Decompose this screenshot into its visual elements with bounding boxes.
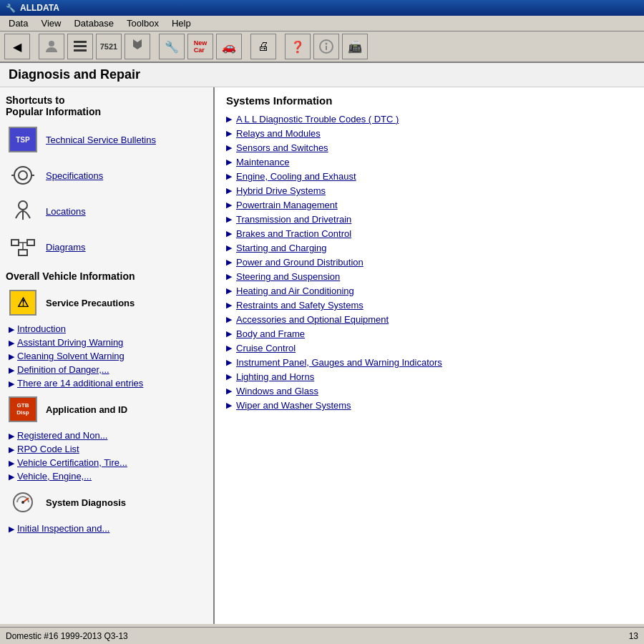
svg-rect-3 — [74, 49, 87, 52]
system-item-dtc[interactable]: ▶ A L L Diagnostic Trouble Codes ( DTC ) — [226, 114, 633, 125]
shortcut-loc[interactable]: Locations — [6, 196, 208, 226]
nav-vehicle-engine[interactable]: ▶ Vehicle, Engine,... — [6, 471, 208, 482]
arrow-icon: ▶ — [226, 143, 232, 152]
nav-introduction[interactable]: ▶ Introduction — [6, 323, 208, 334]
svg-point-11 — [19, 201, 27, 210]
shortcut-diag[interactable]: Diagrams — [6, 232, 208, 262]
system-item-hybrid[interactable]: ▶ Hybrid Drive Systems — [226, 185, 633, 196]
arrow-icon: ▶ — [9, 366, 14, 375]
arrow-icon: ▶ — [9, 472, 14, 482]
shortcut-spec[interactable]: Specifications — [6, 160, 208, 190]
overall-title: Overall Vehicle Information — [6, 270, 208, 282]
back-button[interactable]: ◀ — [4, 34, 30, 59]
system-item-steering[interactable]: ▶ Steering and Suspension — [226, 271, 633, 282]
system-item-lighting[interactable]: ▶ Lighting and Horns — [226, 371, 633, 382]
spec-link[interactable]: Specifications — [46, 170, 103, 181]
svg-point-0 — [49, 41, 54, 47]
system-item-cruise[interactable]: ▶ Cruise Control — [226, 343, 633, 353]
arrow-icon: ▶ — [226, 186, 232, 195]
nav-rpo[interactable]: ▶ RPO Code List — [6, 444, 208, 454]
system-item-relays[interactable]: ▶ Relays and Modules — [226, 128, 633, 139]
system-item-engine[interactable]: ▶ Engine, Cooling and Exhaust — [226, 171, 633, 182]
system-item-accessories[interactable]: ▶ Accessories and Optional Equipment — [226, 314, 633, 325]
system-item-powertrain[interactable]: ▶ Powertrain Management — [226, 200, 633, 210]
service-precautions-label: Service Precautions — [46, 298, 135, 308]
status-left: Domestic #16 1999-2013 Q3-13 — [6, 631, 128, 641]
nav-button[interactable] — [67, 34, 93, 59]
home-button[interactable] — [39, 34, 64, 59]
arrow-icon: ▶ — [226, 343, 232, 353]
menu-data[interactable]: Data — [3, 16, 34, 30]
svg-rect-14 — [27, 240, 34, 245]
menu-bar: Data View Database Toolbox Help — [0, 16, 644, 31]
appid-item[interactable]: GTBDisp Application and ID — [6, 394, 208, 424]
system-item-transmission[interactable]: ▶ Transmission and Drivetrain — [226, 214, 633, 225]
svg-rect-2 — [74, 45, 87, 47]
help-button[interactable]: ❓ — [285, 34, 311, 59]
appid-title: Application and ID — [46, 404, 127, 415]
arrow-icon: ▶ — [9, 352, 14, 361]
menu-help[interactable]: Help — [166, 16, 197, 30]
system-item-wiper[interactable]: ▶ Wiper and Washer Systems — [226, 400, 633, 411]
diag-link[interactable]: Diagrams — [46, 242, 86, 253]
tool-button[interactable] — [125, 34, 150, 59]
system-item-power[interactable]: ▶ Power and Ground Distribution — [226, 257, 633, 268]
menu-view[interactable]: View — [35, 16, 67, 30]
arrow-icon: ▶ — [226, 243, 232, 253]
print-button[interactable]: 🖨 — [250, 34, 276, 59]
menu-database[interactable]: Database — [68, 16, 119, 30]
svg-point-8 — [19, 171, 27, 180]
arrow-icon: ▶ — [226, 286, 232, 296]
wrench-button[interactable]: 🔧 — [159, 34, 185, 59]
page-title: Diagnosis and Repair — [0, 63, 644, 87]
appid-icon: GTBDisp — [6, 394, 40, 424]
arrow-icon: ▶ — [9, 445, 14, 454]
nav-additional[interactable]: ▶ There are 14 additional entries — [6, 378, 208, 389]
nav-danger[interactable]: ▶ Definition of Danger,... — [6, 364, 208, 375]
arrow-icon: ▶ — [226, 258, 232, 267]
sysdiag-title: System Diagnosis — [46, 497, 126, 508]
tsb-icon: TSP — [6, 125, 40, 155]
nav-cleaning[interactable]: ▶ Cleaning Solvent Warning — [6, 351, 208, 361]
car-button[interactable]: 🚗 — [216, 34, 242, 59]
arrow-icon: ▶ — [9, 525, 14, 534]
new-car-button[interactable]: NewCar — [187, 34, 213, 59]
app-section: GTBDisp Application and ID ▶ Registered … — [6, 394, 208, 482]
shortcut-tsb[interactable]: TSP Technical Service Bulletins — [6, 125, 208, 155]
system-item-maintenance[interactable]: ▶ Maintenance — [226, 157, 633, 167]
system-item-sensors[interactable]: ▶ Sensors and Switches — [226, 142, 633, 153]
system-item-starting[interactable]: ▶ Starting and Charging — [226, 243, 633, 253]
arrow-icon: ▶ — [226, 358, 232, 367]
info-button[interactable] — [313, 34, 339, 59]
loc-link[interactable]: Locations — [46, 206, 86, 217]
tsb-link[interactable]: Technical Service Bulletins — [46, 135, 156, 145]
system-item-windows[interactable]: ▶ Windows and Glass — [226, 386, 633, 396]
arrow-icon: ▶ — [9, 379, 14, 389]
nav-vehicle-cert[interactable]: ▶ Vehicle Certification, Tire... — [6, 457, 208, 468]
menu-toolbox[interactable]: Toolbox — [121, 16, 165, 30]
arrow-icon: ▶ — [226, 315, 232, 324]
system-item-instrument[interactable]: ▶ Instrument Panel, Gauges and Warning I… — [226, 357, 633, 368]
system-item-brakes[interactable]: ▶ Brakes and Traction Control — [226, 228, 633, 239]
arrow-icon: ▶ — [9, 338, 14, 348]
right-panel: Systems Information ▶ A L L Diagnostic T… — [215, 87, 644, 624]
service-precautions-item[interactable]: ⚠ Service Precautions — [6, 288, 208, 318]
overall-section: Overall Vehicle Information ⚠ Service Pr… — [6, 270, 208, 389]
svg-rect-15 — [19, 250, 27, 255]
nav-registered[interactable]: ▶ Registered and Non... — [6, 430, 208, 441]
arrow-icon: ▶ — [226, 157, 232, 167]
arrow-icon: ▶ — [9, 459, 14, 468]
sysdiag-item[interactable]: System Diagnosis — [6, 487, 208, 517]
title-bar: 🔧 ALLDATA — [0, 0, 644, 16]
fax-button[interactable]: 📠 — [342, 34, 368, 59]
toolbar: ◀ 7521 🔧 NewCar 🚗 🖨 ❓ 📠 — [0, 31, 644, 63]
nav-assistant[interactable]: ▶ Assistant Driving Warning — [6, 337, 208, 348]
system-item-restraints[interactable]: ▶ Restraints and Safety Systems — [226, 300, 633, 311]
status-right: 13 — [629, 631, 638, 641]
arrow-icon: ▶ — [226, 215, 232, 224]
system-item-heating[interactable]: ▶ Heating and Air Conditioning — [226, 286, 633, 296]
counter-button[interactable]: 7521 — [96, 34, 122, 59]
nav-initial[interactable]: ▶ Initial Inspection and... — [6, 523, 208, 534]
diag-icon — [6, 232, 40, 262]
system-item-body[interactable]: ▶ Body and Frame — [226, 328, 633, 339]
